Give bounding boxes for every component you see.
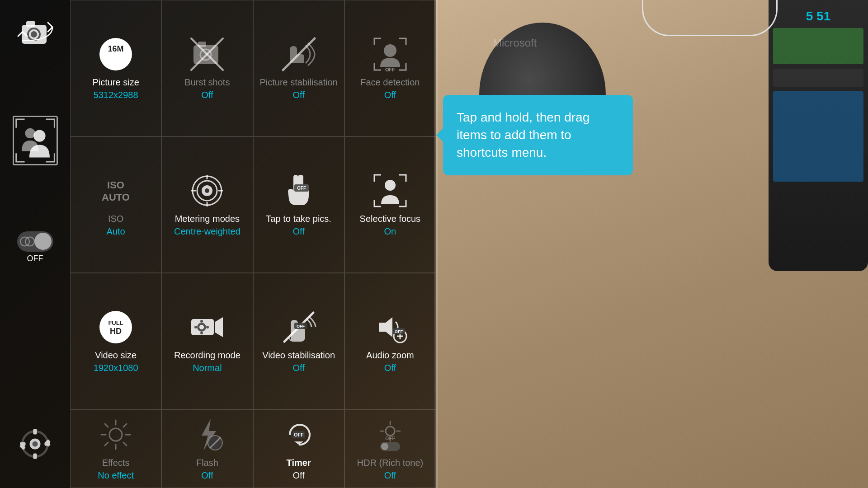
- svg-text:OFF: OFF: [297, 324, 305, 328]
- timer-cell[interactable]: OFF Timer Off: [253, 409, 344, 488]
- flash-cell[interactable]: Flash Off: [161, 409, 253, 488]
- iso-value: Auto: [107, 226, 125, 237]
- recording-mode-title: Recording mode: [174, 350, 241, 361]
- effect-circles-icon: [19, 234, 35, 249]
- effects-cell[interactable]: Effects No effect: [70, 409, 161, 488]
- flash-icon: [189, 417, 225, 453]
- effects-value: No effect: [98, 470, 134, 481]
- svg-text:OFF: OFF: [294, 432, 304, 437]
- effects-title: Effects: [102, 457, 130, 468]
- recording-mode-cell[interactable]: Recording mode Normal: [161, 273, 253, 409]
- video-stabilisation-value: Off: [292, 363, 304, 373]
- picture-size-cell[interactable]: 16M Picture size 5312x2988: [70, 0, 161, 136]
- flash-title: Flash: [196, 457, 218, 468]
- effect-toggle-button[interactable]: OFF: [0, 222, 70, 272]
- video-stabilisation-cell[interactable]: OFF Video stabilisation Off: [253, 273, 344, 409]
- effects-icon: [98, 417, 134, 453]
- svg-point-49: [199, 325, 204, 329]
- selective-focus-cell[interactable]: Selective focus On: [344, 136, 436, 273]
- iso-cell[interactable]: ISO AUTO ISO Auto: [70, 136, 161, 273]
- hdr-value: Off: [384, 470, 396, 481]
- toggle-knob: [34, 233, 52, 250]
- svg-point-6: [33, 130, 45, 142]
- svg-text:OFF: OFF: [297, 186, 306, 191]
- iso-title: ISO: [108, 213, 123, 224]
- grid-divider: [436, 0, 438, 488]
- camera-flip-button[interactable]: [0, 9, 70, 59]
- svg-point-50: [200, 320, 203, 323]
- portrait-mode-button[interactable]: [0, 59, 70, 222]
- timer-value: Off: [292, 470, 304, 481]
- burst-shots-title: Burst shots: [184, 77, 230, 88]
- svg-text:OFF: OFF: [385, 67, 395, 72]
- selective-focus-title: Selective focus: [360, 213, 421, 224]
- svg-point-52: [194, 326, 197, 328]
- iso-icon: ISO AUTO: [98, 173, 134, 209]
- settings-grid: 16M Picture size 5312x2988 Burst shots O…: [70, 0, 436, 488]
- burst-shots-value: Off: [201, 90, 213, 100]
- audio-zoom-cell[interactable]: OFF Audio zoom Off: [344, 273, 436, 409]
- audio-zoom-title: Audio zoom: [366, 350, 414, 361]
- hdr-cell[interactable]: OFF HDR (Rich tone) Off: [344, 409, 436, 488]
- svg-point-4: [31, 31, 37, 38]
- selective-focus-icon: [372, 173, 408, 209]
- video-stabilisation-icon: OFF: [281, 309, 317, 345]
- timer-title: Timer: [287, 457, 311, 468]
- svg-rect-2: [26, 21, 35, 27]
- svg-point-10: [33, 441, 38, 447]
- svg-point-28: [384, 44, 396, 57]
- phone-object: 5 51: [769, 0, 868, 271]
- svg-text:Microsoft: Microsoft: [493, 37, 537, 49]
- svg-text:FULL: FULL: [108, 319, 123, 326]
- svg-line-68: [105, 424, 108, 427]
- svg-point-51: [200, 332, 203, 334]
- face-detection-cell[interactable]: OFF Face detection Off: [344, 0, 436, 136]
- toggle-label: OFF: [27, 254, 43, 263]
- svg-line-70: [123, 424, 127, 427]
- svg-point-63: [109, 428, 122, 441]
- audio-zoom-value: Off: [384, 363, 396, 373]
- svg-marker-47: [215, 317, 223, 337]
- camera-sidebar: OFF: [0, 0, 70, 488]
- video-stabilisation-title: Video stabilisation: [262, 350, 335, 361]
- flash-value: Off: [201, 470, 213, 481]
- camera-flip-icon: [17, 16, 53, 52]
- tap-to-take-title: Tap to take pics.: [266, 213, 331, 224]
- svg-point-42: [385, 180, 396, 191]
- metering-modes-value: Centre-weighted: [174, 226, 241, 237]
- portrait-frame: [13, 116, 58, 165]
- svg-text:16M: 16M: [108, 44, 124, 53]
- tooltip-bubble: Tap and hold, then drag items to add the…: [443, 95, 633, 175]
- tap-to-take-icon: OFF: [281, 173, 317, 209]
- picture-size-icon: 16M: [98, 36, 134, 72]
- burst-shots-cell[interactable]: Burst shots Off: [161, 0, 253, 136]
- selective-focus-value: On: [384, 226, 396, 237]
- picture-size-value: 5312x2988: [94, 90, 138, 100]
- picture-stabilisation-icon: [281, 36, 317, 72]
- settings-button[interactable]: [0, 418, 70, 470]
- svg-text:ISO: ISO: [107, 179, 124, 191]
- recording-mode-icon: [189, 309, 225, 345]
- metering-modes-cell[interactable]: Metering modes Centre-weighted: [161, 136, 253, 273]
- svg-text:OFF: OFF: [395, 329, 403, 334]
- svg-point-78: [386, 427, 395, 436]
- tap-to-take-cell[interactable]: OFF Tap to take pics. Off: [253, 136, 344, 273]
- video-size-icon: FULL HD: [98, 309, 134, 345]
- picture-stabilisation-title: Picture stabilisation: [259, 77, 337, 88]
- svg-line-69: [123, 442, 127, 446]
- svg-point-20: [99, 38, 132, 70]
- svg-point-84: [381, 443, 388, 450]
- face-detection-icon: OFF: [372, 36, 408, 72]
- picture-stabilisation-cell[interactable]: Picture stabilisation Off: [253, 0, 344, 136]
- svg-text:OFF: OFF: [385, 436, 395, 441]
- video-size-value: 868x488: [94, 363, 138, 373]
- hdr-title: HDR (Rich tone): [357, 457, 424, 468]
- face-detection-title: Face detection: [360, 77, 420, 88]
- metering-modes-title: Metering modes: [175, 213, 240, 224]
- portrait-bracket-icon: [14, 116, 57, 165]
- desk-background: Microsoft 5 51: [434, 0, 868, 488]
- tap-to-take-value: Off: [292, 226, 304, 237]
- video-size-cell[interactable]: FULL HD Video size 868x488: [70, 273, 161, 409]
- svg-line-71: [105, 442, 108, 446]
- timer-icon: OFF: [281, 417, 317, 453]
